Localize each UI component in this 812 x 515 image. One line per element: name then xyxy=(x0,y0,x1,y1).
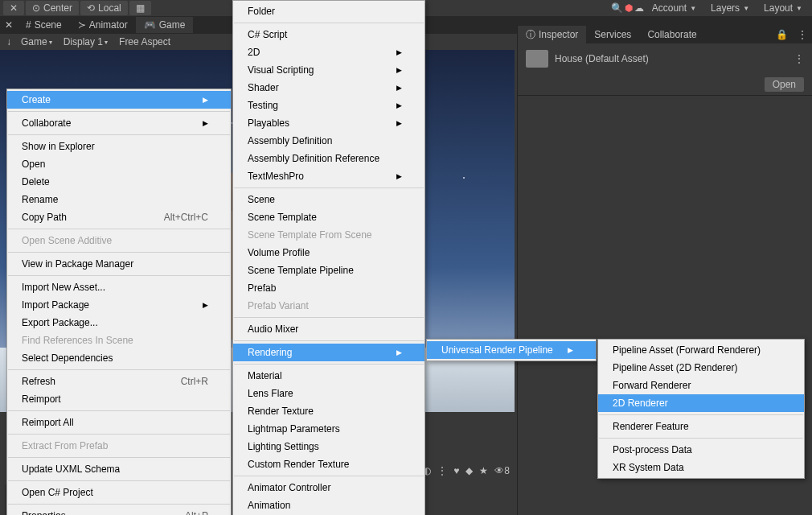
menu-item[interactable]: Testing▶ xyxy=(233,97,424,114)
menu-separator xyxy=(234,364,424,365)
menu-item[interactable]: Folder xyxy=(233,2,424,20)
menu-item[interactable]: Delete xyxy=(7,173,231,191)
menu-item[interactable]: Audio Mixer xyxy=(233,320,424,338)
menu-item[interactable]: Animation xyxy=(233,496,424,514)
menu-item[interactable]: Show in Explorer xyxy=(7,138,231,155)
menu-separator xyxy=(8,229,230,229)
menu-item[interactable]: Open C# Project xyxy=(7,484,231,501)
menu-separator xyxy=(8,111,230,112)
menu-item[interactable]: Playables▶ xyxy=(233,114,424,132)
menu-separator xyxy=(8,457,230,458)
menu-item[interactable]: Custom Render Texture xyxy=(233,455,424,473)
menu-item[interactable]: Open xyxy=(7,155,231,173)
tool-settings-icon[interactable]: ✕ xyxy=(3,1,24,15)
menu-item[interactable]: Rendering▶ xyxy=(233,344,424,361)
menu-item[interactable]: Reimport All xyxy=(7,414,231,431)
menu-item[interactable]: Scene xyxy=(233,191,424,208)
menu-item[interactable]: Pipeline Asset (2D Renderer) xyxy=(598,359,804,377)
filter-favorites-icon[interactable]: ♥ xyxy=(453,465,459,476)
menu-item: Find References In Scene xyxy=(7,332,231,349)
layout-dropdown[interactable]: Layout▼ xyxy=(757,1,809,15)
menu-item[interactable]: Shader▶ xyxy=(233,79,424,97)
menu-item[interactable]: Properties...Alt+P xyxy=(7,507,231,515)
menu-item[interactable]: Render Texture xyxy=(233,402,424,420)
kebab-icon[interactable]: ⋮ xyxy=(437,465,447,476)
menu-item[interactable]: Import New Asset... xyxy=(7,278,231,296)
menu-item[interactable]: RefreshCtrl+R xyxy=(7,373,231,390)
menu-item[interactable]: Material xyxy=(233,367,424,385)
menu-item[interactable]: Volume Profile xyxy=(233,244,424,262)
display-dropdown[interactable]: Display 1▾ xyxy=(59,35,113,49)
tab-collaborate[interactable]: Collaborate xyxy=(639,27,704,43)
tool-icon[interactable]: ↓ xyxy=(3,35,14,49)
menu-item[interactable]: C# Script xyxy=(233,26,424,43)
kebab-icon[interactable]: ⋮ xyxy=(794,53,804,64)
menu-item[interactable]: Select Dependencies xyxy=(7,349,231,367)
filter-tag-icon[interactable]: ◆ xyxy=(465,465,473,476)
menu-item[interactable]: Export Package... xyxy=(7,314,231,332)
menu-item[interactable]: Copy PathAlt+Ctrl+C xyxy=(7,208,231,226)
tab-label: Game xyxy=(159,19,186,31)
menu-item[interactable]: Prefab xyxy=(233,279,424,297)
menu-item[interactable]: Update UXML Schema xyxy=(7,460,231,478)
open-button[interactable]: Open xyxy=(765,77,804,92)
kebab-icon[interactable]: ⋮ xyxy=(793,29,812,40)
chevron-down-icon: ▼ xyxy=(690,5,696,12)
menu-separator xyxy=(8,369,230,370)
menu-item[interactable]: Create▶ xyxy=(7,91,231,109)
tab-services[interactable]: Services xyxy=(586,27,639,43)
menu-item-label: C# Script xyxy=(248,29,287,40)
menu-item[interactable]: 2D▶ xyxy=(233,43,424,61)
menu-item[interactable]: Post-process Data xyxy=(598,441,804,459)
hidden-count[interactable]: 👁8 xyxy=(494,465,510,476)
tool-icon[interactable]: ✕ xyxy=(0,17,18,33)
search-icon[interactable]: 🔍 xyxy=(611,2,623,14)
folder-icon xyxy=(526,50,548,68)
menu-item[interactable]: Renderer Feature xyxy=(598,418,804,435)
menu-item[interactable]: Rename xyxy=(7,191,231,208)
menu-item[interactable]: 2D Renderer xyxy=(598,394,804,412)
menu-item[interactable]: View in Package Manager xyxy=(7,255,231,273)
menu-item[interactable]: Reimport xyxy=(7,390,231,408)
collab-icon[interactable]: ⬢ xyxy=(625,2,633,14)
cloud-icon[interactable]: ☁ xyxy=(634,2,644,14)
menu-item[interactable]: Lighting Settings xyxy=(233,438,424,455)
lock-icon[interactable]: 🔒 xyxy=(771,29,793,40)
menu-item[interactable]: TextMeshPro▶ xyxy=(233,167,424,185)
menu-item[interactable]: Visual Scripting▶ xyxy=(233,61,424,79)
filter-type-icon[interactable]: ★ xyxy=(479,465,488,476)
menu-item-label: Lighting Settings xyxy=(248,441,319,452)
account-dropdown[interactable]: Account▼ xyxy=(646,1,703,15)
menu-item[interactable]: Assembly Definition Reference xyxy=(233,150,424,167)
center-pivot-button[interactable]: ⊙Center xyxy=(26,1,79,15)
tab-game[interactable]: 🎮Game xyxy=(136,17,194,33)
tab-inspector[interactable]: ⓘInspector xyxy=(518,26,586,44)
layers-dropdown[interactable]: Layers▼ xyxy=(704,1,756,15)
menu-item[interactable]: Animator Controller xyxy=(233,479,424,496)
menu-item[interactable]: Lens Flare xyxy=(233,385,424,402)
menu-item-label: Reimport xyxy=(22,393,61,405)
menu-item[interactable]: Import Package▶ xyxy=(7,296,231,314)
local-space-button[interactable]: ⟲Local xyxy=(80,1,128,15)
menu-item-label: Animation xyxy=(248,500,290,511)
menu-separator xyxy=(8,252,230,253)
menu-item[interactable]: Lightmap Parameters xyxy=(233,420,424,438)
tab-scene[interactable]: #Scene xyxy=(18,17,70,33)
menu-item[interactable]: Forward Renderer xyxy=(598,377,804,394)
menu-item-label: Rendering xyxy=(248,347,292,358)
game-dropdown[interactable]: Game▾ xyxy=(16,35,57,49)
menu-item[interactable]: XR System Data xyxy=(598,459,804,476)
menu-item[interactable]: Assembly Definition xyxy=(233,132,424,150)
grid-snap-button[interactable]: ▦ xyxy=(129,1,151,15)
display-label: Display 1 xyxy=(64,36,103,47)
menu-item-label: Universal Render Pipeline xyxy=(441,344,553,356)
aspect-dropdown[interactable]: Free Aspect xyxy=(114,35,175,49)
menu-item[interactable]: Scene Template xyxy=(233,208,424,226)
menu-item[interactable]: Scene Template Pipeline xyxy=(233,262,424,279)
tab-animator[interactable]: ≻Animator xyxy=(70,17,136,33)
menu-item[interactable]: Collaborate▶ xyxy=(7,114,231,132)
menu-item[interactable]: Universal Render Pipeline▶ xyxy=(427,341,596,359)
chevron-down-icon: ▼ xyxy=(743,5,749,12)
menu-item[interactable]: Pipeline Asset (Forward Renderer) xyxy=(598,341,804,359)
menu-item-label: Playables xyxy=(248,117,289,129)
